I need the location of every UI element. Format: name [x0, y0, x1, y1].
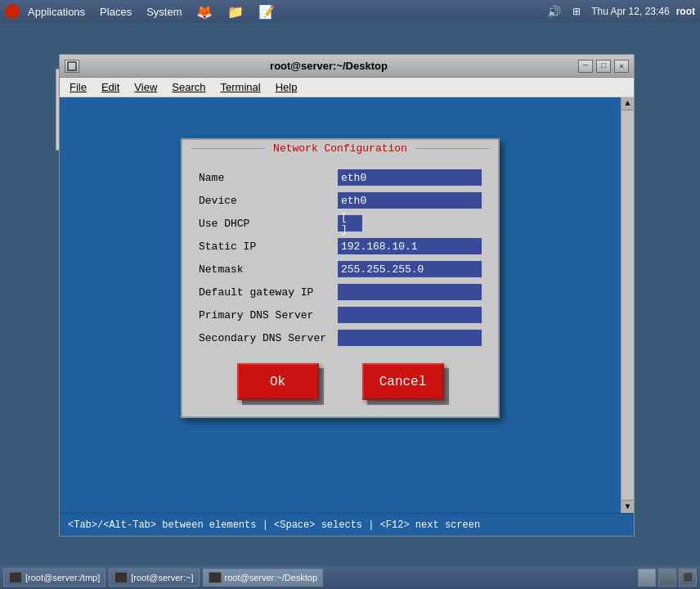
scrollbar[interactable]: ▲ ▼	[621, 97, 634, 513]
svg-rect-0	[68, 62, 76, 70]
menu-view[interactable]: View	[128, 79, 164, 95]
volume-icon[interactable]: 🔊	[545, 4, 562, 19]
taskbar-top: Applications Places System 🦊 📁 📝 🔊 ⊞ Thu…	[0, 0, 700, 23]
field-staticip-row: Static IP 192.168.10.1	[199, 237, 482, 255]
taskbar-btn-home-label: [root@server:~]	[131, 573, 193, 582]
close-button[interactable]: ✕	[614, 60, 629, 73]
terminal-icon-2	[114, 572, 128, 583]
field-name-value[interactable]: eth0	[338, 169, 482, 186]
field-gateway-row: Default gateway IP	[199, 283, 482, 301]
dialog-titlebar: Network Configuration	[182, 140, 498, 156]
field-staticip-label: Static IP	[199, 241, 338, 253]
field-dns2-row: Secondary DNS Server	[199, 329, 482, 347]
app-menu-icon	[5, 4, 20, 19]
field-device-value[interactable]: eth0	[338, 192, 482, 209]
cancel-btn-wrapper: Cancel	[362, 363, 444, 400]
taskbar-btn-home[interactable]: [root@server:~]	[109, 569, 199, 587]
terminal-window: root@server:~/Desktop ─ □ ✕ File Edit Vi…	[59, 54, 635, 537]
field-name-row: Name eth0	[199, 169, 482, 187]
taskbar-btn-desktop[interactable]: root@server:~/Desktop	[203, 569, 324, 587]
terminal-icon-1	[9, 572, 22, 583]
datetime: Thu Apr 12, 23:46	[591, 6, 669, 17]
field-staticip-value[interactable]: 192.168.10.1	[338, 238, 482, 254]
field-name-label: Name	[199, 172, 338, 184]
username: root	[676, 6, 695, 17]
field-gateway-value[interactable]	[338, 284, 482, 300]
desktop: root@server:~/Desktop ─ □ ✕ File Edit Vi…	[0, 23, 700, 566]
field-gateway-label: Default gateway IP	[199, 286, 338, 299]
editor-icon[interactable]: 📝	[252, 2, 281, 21]
taskbar-btn-tmp-label: [root@server:/tmp]	[25, 573, 100, 582]
ok-btn-wrapper: Ok	[237, 363, 319, 400]
win-action-controls: ─ □ ✕	[578, 60, 629, 73]
field-dns2-label: Secondary DNS Server	[199, 332, 338, 344]
cancel-button[interactable]: Cancel	[362, 363, 444, 400]
desktop-switcher-1[interactable]	[638, 569, 656, 587]
status-bar: <Tab>/<Alt-Tab> between elements | <Spac…	[60, 513, 634, 536]
network-config-dialog: Network Configuration Name eth0 Device e…	[181, 138, 500, 418]
win-controls	[65, 60, 79, 73]
field-netmask-label: Netmask	[199, 263, 338, 276]
taskbar-btn-desktop-label: root@server:~/Desktop	[225, 573, 318, 582]
terminal-content[interactable]: Network Configuration Name eth0 Device e…	[60, 97, 621, 513]
terminal-titlebar: root@server:~/Desktop ─ □ ✕	[60, 55, 634, 78]
menu-terminal[interactable]: Terminal	[214, 79, 267, 95]
field-dhcp-label: Use DHCP	[199, 218, 338, 230]
dialog-body: Name eth0 Device eth0 Use DHCP [ ]	[182, 156, 498, 416]
desktop-switcher-3[interactable]: ⬛	[679, 569, 697, 587]
system-menu[interactable]: System	[140, 4, 188, 20]
taskbar-top-left: Applications Places System 🦊 📁 📝	[5, 2, 281, 21]
applications-menu[interactable]: Applications	[21, 4, 92, 20]
taskbar-top-right: 🔊 ⊞ Thu Apr 12, 23:46 root	[545, 4, 695, 19]
menu-edit[interactable]: Edit	[95, 79, 126, 95]
files-icon[interactable]: 📁	[221, 2, 250, 21]
field-device-label: Device	[199, 195, 338, 207]
field-dhcp-checkbox[interactable]: [ ]	[338, 215, 362, 232]
places-menu[interactable]: Places	[93, 4, 138, 20]
field-dhcp-row: Use DHCP [ ]	[199, 214, 482, 232]
taskbar-btn-tmp[interactable]: [root@server:/tmp]	[3, 569, 105, 587]
terminal-inner: Network Configuration Name eth0 Device e…	[60, 97, 634, 513]
field-dns1-value[interactable]	[338, 307, 482, 323]
scrollbar-down[interactable]: ▼	[621, 500, 634, 513]
ok-button[interactable]: Ok	[237, 363, 319, 400]
scrollbar-up[interactable]: ▲	[621, 97, 634, 110]
network-icon[interactable]: ⊞	[568, 4, 585, 19]
maximize-button[interactable]: □	[596, 60, 611, 73]
field-dns2-value[interactable]	[338, 330, 482, 346]
field-dns1-row: Primary DNS Server	[199, 306, 482, 324]
win-icon-btn[interactable]	[65, 60, 79, 73]
menu-help[interactable]: Help	[269, 79, 304, 95]
desktop-switcher-2[interactable]	[658, 569, 676, 587]
taskbar-right: ⬛	[638, 569, 697, 587]
dialog-buttons: Ok Cancel	[199, 363, 482, 400]
minimize-button[interactable]: ─	[578, 60, 593, 73]
menu-search[interactable]: Search	[165, 79, 212, 95]
menu-file[interactable]: File	[63, 79, 93, 95]
terminal-icon-3	[209, 572, 222, 583]
dialog-title-line: Network Configuration	[182, 142, 498, 155]
taskbar-bottom: [root@server:/tmp] [root@server:~] root@…	[0, 566, 700, 589]
scrollbar-track	[621, 110, 634, 500]
firefox-icon[interactable]: 🦊	[190, 2, 219, 21]
menu-bar: File Edit View Search Terminal Help	[60, 78, 634, 97]
field-device-row: Device eth0	[199, 191, 482, 209]
status-text: <Tab>/<Alt-Tab> between elements | <Spac…	[68, 519, 480, 531]
terminal-title: root@server:~/Desktop	[79, 60, 578, 72]
field-netmask-row: Netmask 255.255.255.0	[199, 260, 482, 278]
dialog-title: Network Configuration	[265, 142, 415, 155]
field-netmask-value[interactable]: 255.255.255.0	[338, 261, 482, 277]
field-dns1-label: Primary DNS Server	[199, 309, 338, 321]
